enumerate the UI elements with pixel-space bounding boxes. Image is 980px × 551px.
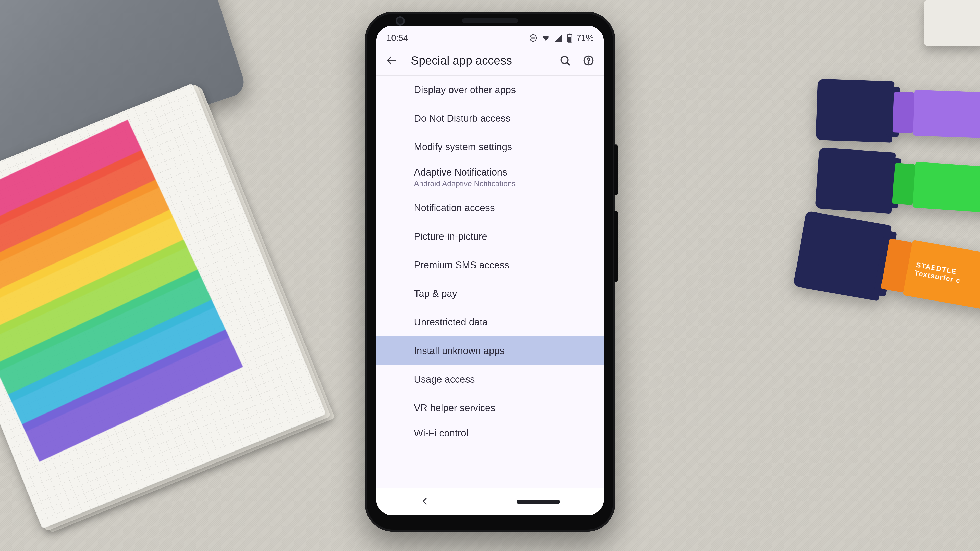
setting-label: Tap & pay bbox=[414, 288, 595, 299]
wifi-icon bbox=[541, 34, 551, 42]
status-time: 10:54 bbox=[387, 33, 408, 43]
setting-sublabel: Android Adaptive Notifications bbox=[414, 179, 595, 188]
setting-premium-sms-access[interactable]: Premium SMS access bbox=[376, 251, 604, 279]
search-icon bbox=[559, 55, 571, 66]
chevron-left-icon bbox=[420, 496, 430, 506]
setting-label: Premium SMS access bbox=[414, 260, 595, 271]
settings-list[interactable]: Display over other apps Do Not Disturb a… bbox=[376, 76, 604, 488]
volume-button bbox=[614, 211, 617, 282]
phone-frame: 10:54 71% Special app access bbox=[365, 12, 615, 532]
front-camera bbox=[396, 16, 405, 25]
setting-vr-helper-services[interactable]: VR helper services bbox=[376, 394, 604, 422]
battery-icon bbox=[566, 33, 573, 43]
setting-label: Display over other apps bbox=[414, 84, 595, 95]
setting-unrestricted-data[interactable]: Unrestricted data bbox=[376, 308, 604, 337]
setting-label: Picture-in-picture bbox=[414, 231, 595, 242]
status-bar: 10:54 71% bbox=[376, 25, 604, 45]
nav-back-button[interactable] bbox=[420, 496, 430, 507]
earpiece-speaker bbox=[462, 18, 518, 23]
rainbow-swatch bbox=[0, 120, 244, 464]
setting-label: Notification access bbox=[414, 203, 595, 213]
setting-tap-and-pay[interactable]: Tap & pay bbox=[376, 279, 604, 308]
signal-icon bbox=[554, 34, 563, 42]
setting-label: Do Not Disturb access bbox=[414, 113, 595, 124]
help-button[interactable] bbox=[580, 52, 597, 68]
page-title: Special app access bbox=[407, 54, 550, 67]
battery-percent: 71% bbox=[576, 33, 593, 43]
setting-picture-in-picture[interactable]: Picture-in-picture bbox=[376, 222, 604, 251]
setting-wifi-control[interactable]: Wi-Fi control bbox=[376, 422, 604, 441]
setting-adaptive-notifications[interactable]: Adaptive Notifications Android Adaptive … bbox=[376, 161, 604, 194]
nav-home-pill[interactable] bbox=[517, 500, 560, 504]
setting-label: Modify system settings bbox=[414, 141, 595, 152]
svg-rect-3 bbox=[569, 33, 570, 35]
setting-label: Usage access bbox=[414, 374, 595, 385]
app-bar: Special app access bbox=[376, 45, 604, 76]
setting-label: Wi-Fi control bbox=[414, 428, 595, 439]
setting-modify-system-settings[interactable]: Modify system settings bbox=[376, 133, 604, 161]
screen: 10:54 71% Special app access bbox=[376, 25, 604, 515]
setting-do-not-disturb-access[interactable]: Do Not Disturb access bbox=[376, 104, 604, 133]
setting-label: VR helper services bbox=[414, 403, 595, 413]
search-button[interactable] bbox=[557, 52, 573, 68]
setting-label: Install unknown apps bbox=[414, 345, 595, 356]
svg-rect-4 bbox=[568, 37, 571, 41]
plant bbox=[904, 0, 980, 76]
setting-label: Adaptive Notifications bbox=[414, 167, 595, 178]
arrow-back-icon bbox=[386, 55, 397, 66]
svg-line-7 bbox=[567, 62, 570, 65]
svg-point-9 bbox=[588, 62, 589, 63]
system-nav-bar bbox=[376, 488, 604, 515]
highlighter-purple bbox=[816, 79, 980, 148]
setting-label: Unrestricted data bbox=[414, 317, 595, 328]
back-button[interactable] bbox=[383, 52, 400, 68]
setting-usage-access[interactable]: Usage access bbox=[376, 365, 604, 394]
setting-notification-access[interactable]: Notification access bbox=[376, 194, 604, 222]
dnd-icon bbox=[529, 34, 538, 42]
setting-display-over-other-apps[interactable]: Display over other apps bbox=[376, 76, 604, 104]
setting-install-unknown-apps[interactable]: Install unknown apps bbox=[376, 337, 604, 365]
help-icon bbox=[583, 55, 594, 66]
power-button bbox=[614, 144, 617, 195]
